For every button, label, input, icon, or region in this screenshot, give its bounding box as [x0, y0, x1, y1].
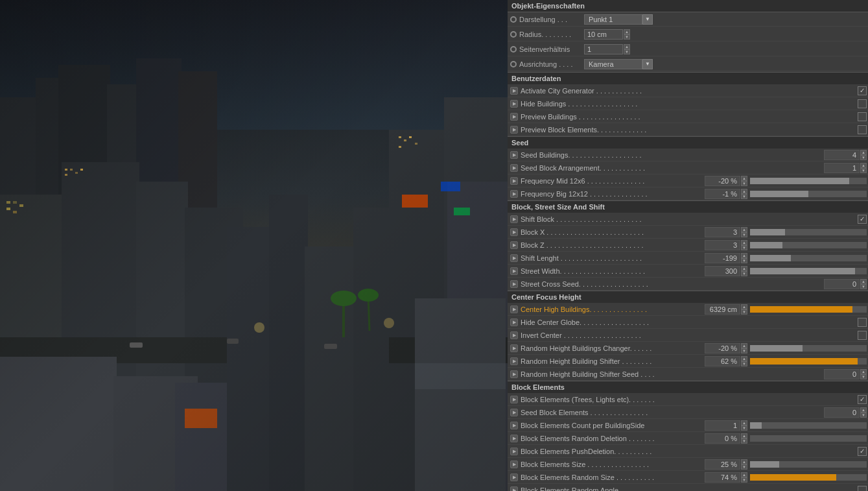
bar-container-block_elem_rand_size[interactable] — [750, 474, 867, 481]
prop-icon-btn-hide_buildings[interactable]: ▶ — [510, 100, 518, 108]
seitenverhaeltnis-up[interactable]: ▲ — [624, 44, 630, 49]
prop-icon-btn-street_width[interactable]: ▶ — [510, 267, 518, 275]
spinner-down-block_x[interactable]: ▼ — [741, 232, 747, 237]
radius-spinner[interactable]: ▲ ▼ — [624, 29, 630, 40]
prop-value-freq_mid[interactable]: -20 % — [705, 176, 740, 186]
spinner-up-street_cross[interactable]: ▲ — [860, 279, 867, 284]
bar-container-block_elem_rand_del[interactable] — [750, 435, 867, 442]
prop-value-block_elem_size[interactable]: 25 % — [705, 459, 740, 470]
spinner-block_z[interactable]: ▲ ▼ — [741, 240, 747, 250]
prop-icon-btn-shift_block[interactable]: ▶ — [510, 215, 518, 223]
checkbox-activate_city[interactable]: ✓ — [858, 86, 867, 95]
spinner-down-block_elem_rand_size[interactable]: ▼ — [741, 477, 747, 483]
bar-container-street_width[interactable] — [750, 268, 867, 274]
checkbox-shift_block[interactable]: ✓ — [858, 215, 867, 224]
darstellung-dropdown-arrow[interactable]: ▼ — [642, 14, 653, 25]
radius-value[interactable]: 10 cm — [584, 29, 623, 40]
spinner-seed_block_arr[interactable]: ▲ ▼ — [860, 163, 867, 173]
checkbox-preview_block[interactable] — [858, 125, 867, 134]
spinner-block_x[interactable]: ▲ ▼ — [741, 227, 747, 237]
checkbox-block_elem_rand_angle[interactable] — [858, 486, 867, 492]
spinner-up-rand_height_changer[interactable]: ▲ — [741, 343, 747, 348]
spinner-block_elem_rand_size[interactable]: ▲ ▼ — [741, 472, 747, 483]
prop-value-rand_height_shifter[interactable]: 62 % — [705, 356, 740, 366]
spinner-up-seed_block_arr[interactable]: ▲ — [860, 163, 867, 168]
spinner-down-block_elem_size[interactable]: ▼ — [741, 464, 747, 470]
spinner-down-seed_block_elem[interactable]: ▼ — [860, 413, 867, 418]
spinner-block_elem_rand_del[interactable]: ▲ ▼ — [741, 433, 747, 444]
bar-container-block_x[interactable] — [750, 229, 867, 235]
bar-container-rand_height_changer[interactable] — [750, 345, 867, 352]
spinner-down-shift_lenght[interactable]: ▼ — [741, 258, 747, 263]
prop-icon-btn-freq_big[interactable]: ▶ — [510, 190, 518, 198]
prop-value-seed_buildings[interactable]: 4 — [824, 150, 860, 160]
radius-down[interactable]: ▼ — [624, 34, 630, 40]
spinner-rand_height_shifter[interactable]: ▲ ▼ — [741, 356, 747, 366]
prop-icon-btn-block_elem_rand_angle[interactable]: ▶ — [510, 486, 518, 492]
spinner-shift_lenght[interactable]: ▲ ▼ — [741, 253, 747, 263]
bar-container-rand_height_shifter[interactable] — [750, 358, 867, 365]
spinner-up-block_elem_count[interactable]: ▲ — [741, 420, 747, 425]
bar-container-block_elem_count[interactable] — [750, 422, 867, 429]
spinner-up-shift_lenght[interactable]: ▲ — [741, 253, 747, 258]
spinner-freq_big[interactable]: ▲ ▼ — [741, 189, 747, 199]
prop-icon-btn-block_elem_trees[interactable]: ▶ — [510, 396, 518, 403]
prop-icon-btn-seed_block_arr[interactable]: ▶ — [510, 164, 518, 172]
prop-value-block_elem_rand_del[interactable]: 0 % — [705, 433, 740, 444]
prop-value-rand_height_seed[interactable]: 0 — [824, 369, 860, 379]
prop-icon-btn-center_high[interactable]: ▶ — [510, 305, 518, 313]
spinner-down-seed_buildings[interactable]: ▼ — [860, 155, 867, 160]
bar-container-freq_big[interactable] — [750, 191, 867, 197]
spinner-down-block_elem_count[interactable]: ▼ — [741, 425, 747, 431]
prop-icon-btn-seed_block_elem[interactable]: ▶ — [510, 409, 518, 416]
darstellung-dropdown[interactable]: Punkt 1 — [584, 14, 642, 25]
prop-value-shift_lenght[interactable]: -199 — [705, 253, 740, 263]
prop-value-center_high[interactable]: 6329 cm — [705, 304, 740, 315]
prop-value-freq_big[interactable]: -1 % — [705, 189, 740, 199]
checkbox-preview_buildings[interactable] — [858, 112, 867, 121]
ausrichtung-dropdown[interactable]: Kamera — [584, 59, 642, 69]
spinner-seed_buildings[interactable]: ▲ ▼ — [860, 150, 867, 160]
spinner-freq_mid[interactable]: ▲ ▼ — [741, 176, 747, 186]
spinner-down-freq_mid[interactable]: ▼ — [741, 181, 747, 186]
prop-value-rand_height_changer[interactable]: -20 % — [705, 343, 740, 353]
prop-value-street_cross[interactable]: 0 — [824, 279, 860, 289]
prop-value-street_width[interactable]: 300 — [705, 266, 740, 276]
checkbox-block_elem_push_del[interactable]: ✓ — [858, 447, 867, 456]
spinner-up-rand_height_shifter[interactable]: ▲ — [741, 356, 747, 361]
prop-value-seed_block_elem[interactable]: 0 — [824, 407, 860, 418]
spinner-down-freq_big[interactable]: ▼ — [741, 194, 747, 199]
checkbox-hide_center_globe[interactable] — [858, 318, 867, 327]
prop-icon-btn-freq_mid[interactable]: ▶ — [510, 177, 518, 185]
prop-icon-btn-activate_city[interactable]: ▶ — [510, 87, 518, 95]
spinner-up-street_width[interactable]: ▲ — [741, 266, 747, 271]
prop-icon-btn-rand_height_changer[interactable]: ▶ — [510, 344, 518, 352]
prop-icon-btn-block_elem_push_del[interactable]: ▶ — [510, 448, 518, 455]
spinner-down-seed_block_arr[interactable]: ▼ — [860, 168, 867, 173]
ausrichtung-dropdown-arrow[interactable]: ▼ — [642, 59, 653, 69]
spinner-center_high[interactable]: ▲ ▼ — [741, 304, 747, 315]
radius-up[interactable]: ▲ — [624, 29, 630, 34]
prop-icon-btn-block_elem_count[interactable]: ▶ — [510, 422, 518, 429]
spinner-up-block_elem_rand_size[interactable]: ▲ — [741, 472, 747, 477]
spinner-up-block_z[interactable]: ▲ — [741, 240, 747, 245]
seitenverhaeltnis-spinner[interactable]: ▲ ▼ — [624, 44, 630, 54]
prop-icon-btn-preview_buildings[interactable]: ▶ — [510, 113, 518, 121]
prop-icon-btn-block_elem_rand_size[interactable]: ▶ — [510, 473, 518, 481]
spinner-block_elem_size[interactable]: ▲ ▼ — [741, 459, 747, 470]
bar-container-center_high[interactable] — [750, 306, 867, 313]
bar-container-block_elem_size[interactable] — [750, 461, 867, 468]
prop-icon-btn-block_x[interactable]: ▶ — [510, 228, 518, 236]
sections-scroll[interactable]: Benutzerdaten▶Activate City Generator . … — [508, 72, 868, 491]
spinner-up-seed_buildings[interactable]: ▲ — [860, 150, 867, 155]
spinner-street_width[interactable]: ▲ ▼ — [741, 266, 747, 276]
spinner-down-rand_height_seed[interactable]: ▼ — [860, 374, 867, 379]
spinner-up-block_elem_size[interactable]: ▲ — [741, 459, 747, 464]
spinner-up-block_elem_rand_del[interactable]: ▲ — [741, 433, 747, 438]
prop-value-block_z[interactable]: 3 — [705, 240, 740, 250]
prop-icon-btn-invert_center[interactable]: ▶ — [510, 331, 518, 339]
spinner-down-center_high[interactable]: ▼ — [741, 309, 747, 315]
spinner-down-rand_height_changer[interactable]: ▼ — [741, 348, 747, 353]
spinner-up-block_x[interactable]: ▲ — [741, 227, 747, 232]
spinner-up-seed_block_elem[interactable]: ▲ — [860, 407, 867, 413]
